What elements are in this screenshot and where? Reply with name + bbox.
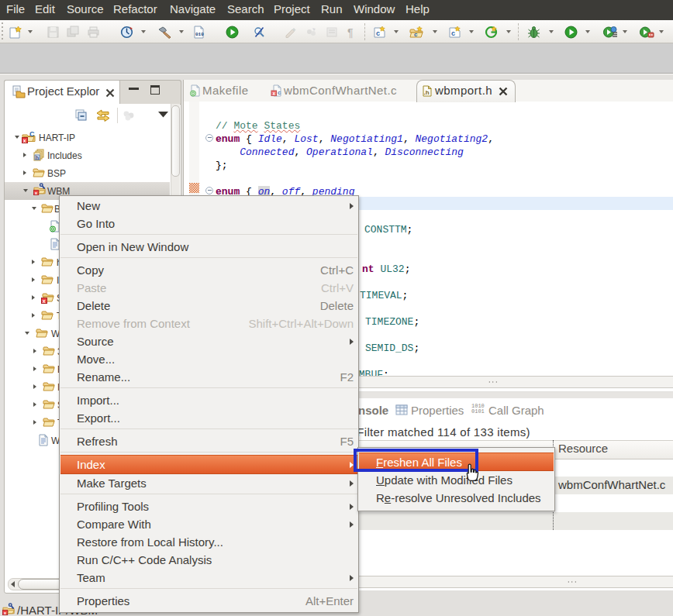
svg-text:x: x [23, 138, 26, 143]
svg-text:c: c [451, 29, 455, 37]
svg-text:x: x [43, 298, 46, 304]
svg-text:h: h [36, 155, 39, 160]
svg-text:C: C [29, 131, 35, 138]
svg-text:c: c [278, 89, 281, 96]
svg-text:010: 010 [195, 32, 204, 37]
svg-text:x: x [4, 610, 7, 615]
svg-text:c: c [414, 31, 418, 38]
svg-text:x: x [35, 190, 38, 195]
svg-text:x: x [272, 91, 275, 96]
svg-text:c: c [376, 29, 380, 37]
svg-text:.h: .h [424, 89, 430, 96]
